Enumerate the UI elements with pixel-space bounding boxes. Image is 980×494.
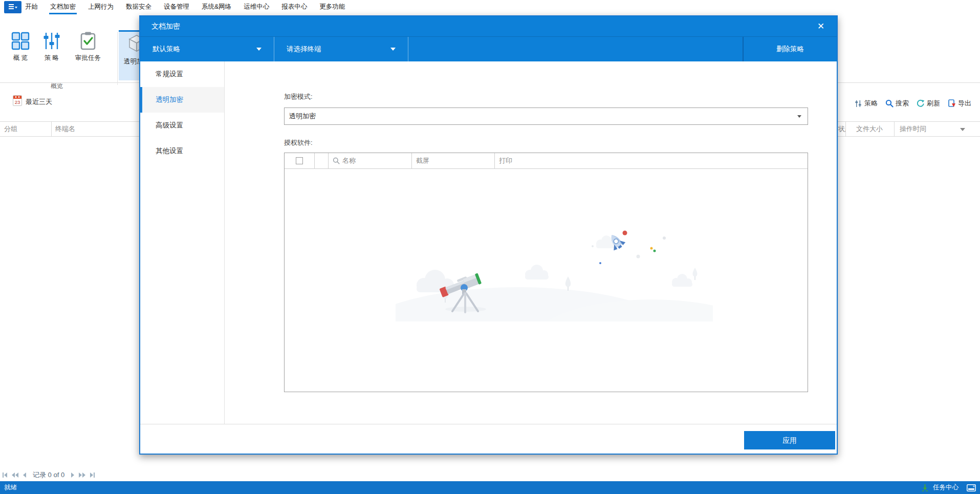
export-action-button[interactable]: 导出 [948, 99, 971, 108]
close-icon[interactable]: ✕ [814, 16, 827, 36]
recent-days-filter[interactable]: 最近三天 [26, 97, 52, 106]
delete-policy-button[interactable]: 删除策略 [743, 37, 837, 61]
ribbon-button-policy[interactable]: 策 略 [37, 31, 67, 68]
action-label: 导出 [958, 99, 971, 108]
sliders-icon [42, 31, 61, 51]
checkbox-column [285, 153, 314, 168]
dialog-sidebar: 常规设置 透明加密 高级设置 其他设置 [140, 61, 225, 424]
refresh-action-button[interactable]: 刷新 [917, 99, 940, 108]
export-icon [948, 99, 956, 108]
blue-dot [599, 262, 601, 264]
search-action-button[interactable]: 搜索 [885, 99, 909, 108]
doc-encrypt-dialog: 文档加密 ✕ 默认策略 请选择终端 删除策略 常规设置 透明加密 高级设置 其他… [139, 15, 838, 455]
search-icon [885, 99, 894, 108]
ribbon-button-label: 策 略 [45, 54, 59, 62]
ribbon-group-label: 概览 [0, 82, 114, 91]
menubar: 开始 文档加密 上网行为 数据安全 设备管理 系统&网络 运维中心 报表中心 更… [0, 0, 980, 14]
toolbar-spacer [408, 37, 743, 61]
select-all-checkbox[interactable] [296, 157, 303, 164]
action-label: 策略 [864, 99, 878, 108]
nav-item-other-settings[interactable]: 其他设置 [140, 138, 224, 164]
red-dot [623, 231, 627, 235]
chevron-down-icon [256, 48, 262, 51]
chevron-down-icon [390, 48, 396, 51]
statusbar: 就绪 任务中心 [0, 481, 980, 494]
sliders-icon [855, 100, 862, 108]
menu-tab-ops-center[interactable]: 运维中心 [244, 0, 269, 14]
record-count-label: 记录 0 of 0 [33, 470, 64, 480]
print-column-header[interactable]: 打印 [494, 153, 808, 168]
nav-item-general-settings[interactable]: 常规设置 [140, 61, 224, 87]
nav-item-advanced-settings[interactable]: 高级设置 [140, 113, 224, 138]
menu-tab-system-network[interactable]: 系统&网络 [202, 0, 231, 14]
ribbon-button-approval-tasks[interactable]: 审批任务 [69, 31, 107, 68]
column-header-file-size[interactable]: 文件大小 [845, 122, 894, 136]
fast-prev-button[interactable] [12, 471, 18, 479]
cloud-shape [672, 274, 692, 287]
status-ready-label: 就绪 [4, 481, 17, 494]
column-label: 截屏 [416, 153, 429, 168]
column-chooser-caret-icon[interactable] [960, 128, 965, 131]
policy-dropdown[interactable]: 默认策略 [140, 37, 274, 61]
ribbon-group-separator [117, 32, 118, 85]
list-actions: 策略 搜索 刷新 导出 [855, 97, 971, 110]
dialog-titlebar: 文档加密 ✕ [140, 16, 837, 37]
menu-tab-web-behavior[interactable]: 上网行为 [88, 0, 114, 14]
empty-state-illustration [396, 217, 713, 321]
download-arrow-icon [921, 484, 929, 491]
dialog-title: 文档加密 [151, 16, 180, 36]
tree-shape [693, 268, 698, 280]
dialog-footer [140, 424, 837, 454]
name-column-header[interactable]: 名称 [328, 153, 411, 168]
screenshot-column-header[interactable]: 截屏 [411, 153, 494, 168]
last-page-button[interactable] [90, 471, 95, 479]
clipboard-check-icon [78, 31, 98, 51]
authorized-software-label: 授权软件: [284, 138, 313, 147]
prev-page-button[interactable] [23, 471, 26, 479]
first-page-button[interactable] [3, 471, 7, 479]
menu-tab-data-security[interactable]: 数据安全 [126, 0, 151, 14]
next-page-button[interactable] [71, 471, 74, 479]
tree-shape [565, 276, 571, 291]
ribbon-button-overview[interactable]: 概 览 [5, 31, 36, 68]
software-table-header: 名称 截屏 打印 [285, 153, 808, 169]
action-label: 刷新 [927, 99, 940, 108]
terminal-dropdown-value: 请选择终端 [287, 45, 321, 53]
ribbon-button-label: 概 览 [13, 54, 28, 62]
menu-tab-report-center[interactable]: 报表中心 [281, 0, 307, 14]
encrypt-mode-label: 加密模式: [284, 92, 313, 101]
app-menu-button[interactable] [4, 1, 21, 13]
menu-tab-doc-encrypt[interactable]: 文档加密 [50, 0, 76, 14]
column-label: 打印 [499, 153, 512, 168]
menu-tab-start[interactable]: 开始 [25, 0, 38, 14]
software-table-empty-body [285, 169, 808, 392]
action-label: 搜索 [896, 99, 909, 108]
column-label: 名称 [342, 153, 356, 168]
policy-dropdown-value: 默认策略 [153, 45, 180, 53]
app-list-icon [8, 3, 18, 11]
spacer-column [314, 153, 328, 168]
menu-tab-more-features[interactable]: 更多功能 [319, 0, 345, 14]
refresh-icon [917, 99, 925, 108]
apply-button[interactable]: 应用 [744, 431, 835, 449]
nav-item-transparent-encrypt[interactable]: 透明加密 [140, 87, 224, 113]
menu-tabs: 开始 文档加密 上网行为 数据安全 设备管理 系统&网络 运维中心 报表中心 更… [25, 0, 345, 14]
calendar-day: 23 [13, 99, 21, 106]
menu-tab-device-mgmt[interactable]: 设备管理 [164, 0, 189, 14]
task-center-button[interactable]: 任务中心 [933, 483, 959, 492]
grid-icon [11, 31, 30, 51]
column-header-group[interactable]: 分组 [0, 122, 51, 136]
calendar-icon: 23 [13, 95, 22, 106]
column-header-operation-time[interactable]: 操作时间 [894, 122, 980, 136]
chevron-down-icon [797, 115, 801, 118]
message-window-icon[interactable] [967, 484, 976, 491]
search-icon [333, 157, 340, 164]
ribbon-button-label: 审批任务 [75, 54, 101, 62]
yellow-dot [650, 247, 653, 250]
encrypt-mode-value: 透明加密 [289, 112, 316, 120]
policy-action-button[interactable]: 策略 [855, 99, 878, 108]
fast-next-button[interactable] [79, 471, 85, 479]
terminal-dropdown[interactable]: 请选择终端 [274, 37, 408, 61]
dialog-toolbar: 默认策略 请选择终端 删除策略 [140, 37, 837, 61]
encrypt-mode-select[interactable]: 透明加密 [284, 108, 808, 125]
